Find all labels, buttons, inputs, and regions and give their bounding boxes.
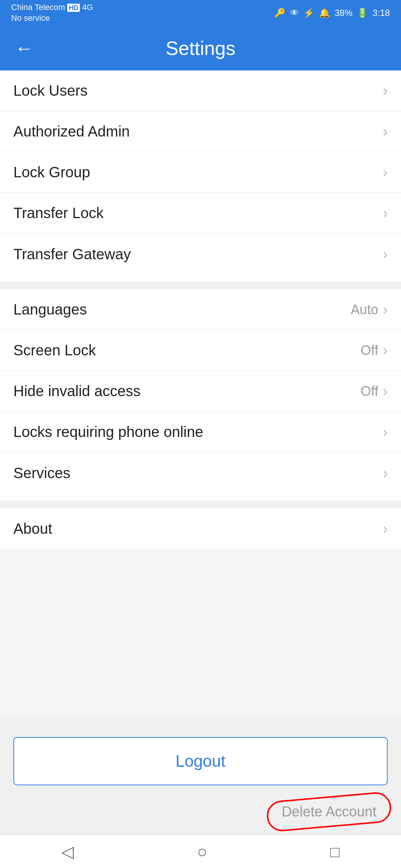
key-icon: 🔑 [274,8,286,18]
delete-account-button[interactable]: Delete Account [274,800,384,823]
about-label: About [13,520,52,537]
delete-circle-annotation [265,791,392,833]
battery-icon: 🔋 [357,8,368,18]
transfer-gateway-label: Transfer Gateway [13,246,131,263]
lock-group-label: Lock Group [13,164,90,181]
locks-requiring-phone-right: › [383,424,388,440]
chevron-icon: › [383,82,388,99]
screen-lock-right: Off › [361,342,388,359]
settings-item-hide-invalid-access[interactable]: Hide invalid access Off › [0,371,401,412]
settings-item-locks-requiring-phone[interactable]: Locks requiring phone online › [0,412,401,453]
section-divider-2 [0,501,401,508]
settings-group-2: Languages Auto › Screen Lock Off › Hide … [0,289,401,493]
transfer-gateway-right: › [383,246,388,263]
hide-invalid-access-label: Hide invalid access [13,383,140,400]
languages-value: Auto [351,302,378,318]
back-button[interactable]: ← [11,37,37,59]
lock-users-label: Lock Users [13,82,88,99]
chevron-icon: › [383,123,388,140]
languages-label: Languages [13,301,87,318]
hide-invalid-access-value: Off [361,384,378,399]
about-right: › [383,520,388,537]
settings-item-services[interactable]: Services › [0,453,401,493]
screen-lock-label: Screen Lock [13,342,96,359]
chevron-icon: › [383,205,388,221]
time: 3:18 [372,8,390,18]
transfer-lock-right: › [383,205,388,221]
transfer-lock-label: Transfer Lock [13,205,104,221]
settings-item-screen-lock[interactable]: Screen Lock Off › [0,330,401,371]
no-service: No service [11,13,93,24]
status-bar: China Telecom HD 4G No service 🔑 👁 ⚡ 🔔 3… [0,0,401,26]
settings-item-about[interactable]: About › [0,508,401,549]
services-label: Services [13,465,70,481]
settings-item-authorized-admin[interactable]: Authorized Admin › [0,111,401,152]
chevron-icon: › [383,465,388,481]
nav-recent-button[interactable] [330,842,339,861]
settings-item-transfer-gateway[interactable]: Transfer Gateway › [0,234,401,274]
settings-group-1: Lock Users › Authorized Admin › Lock Gro… [0,70,401,274]
page-title: Settings [166,37,235,59]
logout-button[interactable]: Logout [13,737,388,785]
nav-back-button[interactable] [61,842,74,861]
chevron-icon: › [383,246,388,263]
screen-lock-value: Off [361,343,378,358]
locks-requiring-phone-label: Locks requiring phone online [13,424,203,440]
settings-item-transfer-lock[interactable]: Transfer Lock › [0,193,401,234]
chevron-icon: › [383,342,388,359]
delete-account-row: Delete Account [13,800,388,823]
chevron-icon: › [383,424,388,440]
settings-item-lock-users[interactable]: Lock Users › [0,70,401,111]
nav-home-button[interactable] [197,842,207,862]
back-arrow-icon: ← [15,37,33,59]
nav-bar [0,835,401,868]
settings-item-languages[interactable]: Languages Auto › [0,289,401,330]
lock-users-right: › [383,82,388,99]
alarm-icon: 🔔 [319,8,330,18]
chevron-icon: › [383,520,388,537]
battery-text: 38% [335,8,352,18]
eye-icon: 👁 [290,8,299,18]
settings-item-lock-group[interactable]: Lock Group › [0,152,401,193]
status-icons: 🔑 👁 ⚡ 🔔 38% 🔋 3:18 [274,8,390,18]
chevron-icon: › [383,164,388,181]
chevron-icon: › [383,383,388,400]
services-right: › [383,465,388,481]
bottom-area: Logout Delete Account [0,715,401,835]
chevron-icon: › [383,301,388,318]
carrier-name: China Telecom HD 4G [11,2,93,13]
hide-invalid-access-right: Off › [361,383,388,400]
authorized-admin-label: Authorized Admin [13,123,130,140]
section-divider-1 [0,282,401,289]
settings-content: Lock Users › Authorized Admin › Lock Gro… [0,70,401,549]
lock-group-right: › [383,164,388,181]
languages-right: Auto › [351,301,388,318]
settings-group-3: About › [0,508,401,549]
bluetooth-icon: ⚡ [303,8,314,18]
header: ← Settings [0,26,401,70]
authorized-admin-right: › [383,123,388,140]
carrier-info: China Telecom HD 4G No service [11,2,93,23]
